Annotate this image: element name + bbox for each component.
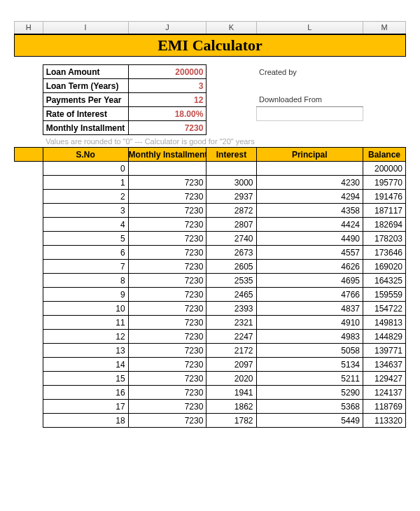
cell-sno[interactable]: 16: [43, 386, 128, 400]
cell-sno[interactable]: 2: [43, 190, 128, 204]
cell-monthly-installment[interactable]: 7230: [128, 414, 206, 428]
loan-amount-value[interactable]: 200000: [128, 65, 206, 79]
cell-interest[interactable]: 2807: [206, 218, 256, 232]
cell-monthly-installment[interactable]: 7230: [128, 358, 206, 372]
cell-sno[interactable]: 4: [43, 218, 128, 232]
cell-monthly-installment[interactable]: [128, 162, 206, 176]
cell-principal[interactable]: 5058: [256, 344, 363, 358]
cell-balance[interactable]: 164325: [363, 274, 405, 288]
cell-sno[interactable]: 15: [43, 372, 128, 386]
cell-principal[interactable]: 4910: [256, 316, 363, 330]
cell-monthly-installment[interactable]: 7230: [128, 344, 206, 358]
cell-interest[interactable]: 2247: [206, 330, 256, 344]
cell-monthly-installment[interactable]: 7230: [128, 386, 206, 400]
cell-principal[interactable]: 4766: [256, 288, 363, 302]
cell-principal[interactable]: 5134: [256, 358, 363, 372]
cell-balance[interactable]: 159559: [363, 288, 405, 302]
table-row[interactable]: 7723026054626169020: [15, 260, 406, 274]
table-row[interactable]: 16723019415290124137: [15, 386, 406, 400]
table-row[interactable]: 9723024654766159559: [15, 288, 406, 302]
cell-balance[interactable]: 187117: [363, 204, 405, 218]
cell-interest[interactable]: 2605: [206, 260, 256, 274]
table-row[interactable]: 5723027404490178203: [15, 232, 406, 246]
cell-balance[interactable]: 195770: [363, 176, 405, 190]
cell-monthly-installment[interactable]: 7230: [128, 330, 206, 344]
cell-balance[interactable]: 169020: [363, 260, 405, 274]
cell-principal[interactable]: 4557: [256, 246, 363, 260]
cell-monthly-installment[interactable]: 7230: [128, 204, 206, 218]
cell-interest[interactable]: 1941: [206, 386, 256, 400]
cell-principal[interactable]: 4837: [256, 302, 363, 316]
cell-interest[interactable]: 3000: [206, 176, 256, 190]
cell-sno[interactable]: 7: [43, 260, 128, 274]
col-header-m[interactable]: M: [363, 22, 405, 34]
cell-monthly-installment[interactable]: 7230: [128, 302, 206, 316]
cell-principal[interactable]: 4294: [256, 190, 363, 204]
cell-interest[interactable]: 2393: [206, 302, 256, 316]
loan-term-value[interactable]: 3: [128, 79, 206, 93]
cell-principal[interactable]: 4230: [256, 176, 363, 190]
cell-principal[interactable]: 4358: [256, 204, 363, 218]
cell-sno[interactable]: 6: [43, 246, 128, 260]
cell-principal[interactable]: 4424: [256, 218, 363, 232]
cell-balance[interactable]: 149813: [363, 316, 405, 330]
cell-principal[interactable]: 5368: [256, 400, 363, 414]
cell-interest[interactable]: 2535: [206, 274, 256, 288]
cell-sno[interactable]: 11: [43, 316, 128, 330]
cell-interest[interactable]: 1862: [206, 400, 256, 414]
cell-balance[interactable]: 182694: [363, 218, 405, 232]
table-row[interactable]: 3723028724358187117: [15, 204, 406, 218]
table-row[interactable]: 12723022474983144829: [15, 330, 406, 344]
cell-principal[interactable]: 4490: [256, 232, 363, 246]
cell-balance[interactable]: 178203: [363, 232, 405, 246]
table-row[interactable]: 10723023934837154722: [15, 302, 406, 316]
cell-principal[interactable]: 5211: [256, 372, 363, 386]
cell-monthly-installment[interactable]: 7230: [128, 246, 206, 260]
cell-balance[interactable]: 154722: [363, 302, 405, 316]
cell-sno[interactable]: 14: [43, 358, 128, 372]
table-row[interactable]: 15723020205211129427: [15, 372, 406, 386]
cell-balance[interactable]: 144829: [363, 330, 405, 344]
cell-sno[interactable]: 17: [43, 400, 128, 414]
table-row[interactable]: 6723026734557173646: [15, 246, 406, 260]
cell-monthly-installment[interactable]: 7230: [128, 288, 206, 302]
cell-principal[interactable]: 5449: [256, 414, 363, 428]
cell-monthly-installment[interactable]: 7230: [128, 232, 206, 246]
cell-interest[interactable]: [206, 162, 256, 176]
cell-sno[interactable]: 0: [43, 162, 128, 176]
cell-sno[interactable]: 8: [43, 274, 128, 288]
col-header-i[interactable]: I: [43, 22, 128, 34]
table-row[interactable]: 1723030004230195770: [15, 176, 406, 190]
cell-monthly-installment[interactable]: 7230: [128, 190, 206, 204]
cell-interest[interactable]: 1782: [206, 414, 256, 428]
cell-principal[interactable]: 4695: [256, 274, 363, 288]
table-row[interactable]: 0200000: [15, 162, 406, 176]
cell-monthly-installment[interactable]: 7230: [128, 218, 206, 232]
table-row[interactable]: 11723023214910149813: [15, 316, 406, 330]
spreadsheet-grid[interactable]: H I J K L M EMI Calculator Loan Amount 2…: [14, 21, 406, 428]
cell-balance[interactable]: 134637: [363, 358, 405, 372]
cell-interest[interactable]: 2321: [206, 316, 256, 330]
cell-sno[interactable]: 13: [43, 344, 128, 358]
rate-value[interactable]: 18.00%: [128, 107, 206, 121]
cell-interest[interactable]: 2465: [206, 288, 256, 302]
cell-monthly-installment[interactable]: 7230: [128, 400, 206, 414]
cell-principal[interactable]: 4626: [256, 260, 363, 274]
cell-interest[interactable]: 2172: [206, 344, 256, 358]
col-header-h[interactable]: H: [15, 22, 43, 34]
cell-principal[interactable]: [256, 162, 363, 176]
payments-value[interactable]: 12: [128, 93, 206, 107]
table-row[interactable]: 17723018625368118769: [15, 400, 406, 414]
cell-balance[interactable]: 139771: [363, 344, 405, 358]
cell-monthly-installment[interactable]: 7230: [128, 316, 206, 330]
cell-balance[interactable]: 129427: [363, 372, 405, 386]
table-row[interactable]: 18723017825449113320: [15, 414, 406, 428]
cell-monthly-installment[interactable]: 7230: [128, 260, 206, 274]
table-row[interactable]: 2723029374294191476: [15, 190, 406, 204]
cell-balance[interactable]: 113320: [363, 414, 405, 428]
col-header-j[interactable]: J: [128, 22, 206, 34]
cell-sno[interactable]: 5: [43, 232, 128, 246]
cell-sno[interactable]: 1: [43, 176, 128, 190]
table-row[interactable]: 14723020975134134637: [15, 358, 406, 372]
cell-monthly-installment[interactable]: 7230: [128, 176, 206, 190]
